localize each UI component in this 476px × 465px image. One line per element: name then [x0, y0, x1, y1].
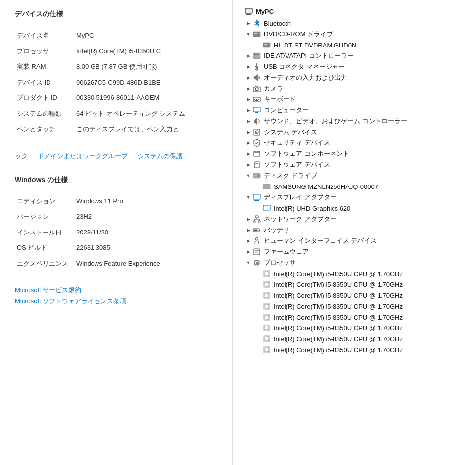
expand-icon-firmware: ▶ [244, 248, 252, 256]
spec-value: 8.00 GB (7.87 GB 使用可能) [74, 59, 217, 75]
tree-label-usb-connector: USB コネクタ マネージャー [264, 62, 345, 71]
tree-item-samsung[interactable]: SAMSUNG MZNLN256HAJQ-00007 [233, 181, 476, 192]
win-spec-label: OS ビルド [15, 240, 74, 256]
ms-links-container: Microsoft サービス規約Microsoft ソフトウェアライセンス条項 [15, 286, 217, 306]
svg-rect-6 [264, 44, 267, 45]
expand-icon-keyboard: ▶ [244, 95, 252, 103]
tree-item-battery[interactable]: ▶バッテリ [233, 225, 476, 235]
spec-label: デバイス ID [15, 75, 74, 91]
tree-item-network-adapter[interactable]: ▶ネットワーク アダプター [233, 214, 476, 225]
svg-rect-38 [265, 211, 268, 211]
tree-item-software-component[interactable]: ▶ソフトウェア コンポーネント [233, 148, 476, 159]
tree-label-camera: カメラ [264, 84, 283, 93]
tree-item-ide-ata[interactable]: ▶IDE ATA/ATAPI コントローラー [233, 50, 476, 61]
keyboard-icon [252, 95, 261, 104]
tree-item-cpu6[interactable]: Intel(R) Core(TM) i5-8350U CPU @ 1.70GHz [233, 323, 476, 333]
win-spec-value: 22631.3085 [74, 240, 217, 256]
win-spec-row: エディションWindows 11 Pro [15, 193, 217, 209]
device-spec-title: デバイスの仕様 [15, 10, 217, 19]
expand-icon-sound: ▶ [244, 117, 252, 125]
tree-item-camera[interactable]: ▶カメラ [233, 83, 476, 94]
tree-item-processor[interactable]: ▼プロセッサ [233, 257, 476, 268]
tree-item-cpu1[interactable]: Intel(R) Core(TM) i5-8350U CPU @ 1.70GHz [233, 268, 476, 279]
tree-label-bluetooth: Bluetooth [264, 20, 291, 27]
expand-icon-system-device: ▶ [244, 128, 252, 136]
svg-rect-39 [255, 216, 258, 218]
tree-item-cpu7[interactable]: Intel(R) Core(TM) i5-8350U CPU @ 1.70GHz [233, 333, 476, 344]
windows-spec-title: Windows の仕様 [15, 176, 217, 185]
tree-item-bluetooth[interactable]: ▶Bluetooth [233, 18, 476, 29]
tree-item-audio[interactable]: ▶オーディオの入力および出力 [233, 72, 476, 83]
network-icon [252, 215, 261, 224]
spec-value: MyPC [74, 28, 217, 44]
ms-link[interactable]: Microsoft ソフトウェアライセンス条項 [15, 297, 217, 306]
tree-item-usb-connector[interactable]: ▶USB コネクタ マネージャー [233, 61, 476, 72]
usb-icon [252, 62, 261, 71]
svg-rect-33 [264, 186, 267, 186]
system-icon [252, 128, 261, 137]
display-item-icon [262, 204, 271, 213]
human-icon [252, 236, 261, 245]
svg-point-25 [256, 152, 257, 153]
spec-label: デバイス名 [15, 28, 74, 44]
expand-icon-cpu7 [254, 335, 262, 343]
tree-label-firmware: ファームウェア [264, 247, 309, 256]
expand-icon-root [237, 7, 244, 15]
tree-item-software-device[interactable]: ▶ソフトウェア デバイス [233, 159, 476, 170]
win-spec-label: インストール日 [15, 225, 74, 240]
tree-item-keyboard[interactable]: ▶キーボード [233, 94, 476, 105]
svg-rect-37 [263, 205, 270, 210]
mypc-root[interactable]: MyPC [233, 4, 476, 18]
domain-link[interactable]: ドメインまたはワークグループ [38, 152, 128, 161]
win-spec-label: エクスペリエンス [15, 256, 74, 272]
expand-icon-usb-connector: ▶ [244, 63, 252, 71]
tree-item-firmware[interactable]: ▶ファームウェア [233, 246, 476, 257]
win-spec-label: バージョン [15, 209, 74, 225]
tree-item-cpu8[interactable]: Intel(R) Core(TM) i5-8350U CPU @ 1.70GHz [233, 344, 476, 355]
tree-item-display-adapter[interactable]: ▼ディスプレイ アダプター [233, 192, 476, 203]
svg-rect-7 [253, 53, 260, 59]
tree-item-cpu3[interactable]: Intel(R) Core(TM) i5-8350U CPU @ 1.70GHz [233, 290, 476, 301]
tree-item-intel-uhd[interactable]: Intel(R) UHD Graphics 620 [233, 203, 476, 214]
tree-label-software-component: ソフトウェア コンポーネント [264, 149, 349, 158]
tree-item-system-device[interactable]: ▶システム デバイス [233, 127, 476, 138]
tree-item-disk-drive[interactable]: ▼ディスク ドライブ [233, 170, 476, 181]
svg-rect-2 [246, 14, 251, 15]
bluetooth-icon [252, 19, 261, 28]
tree-item-security[interactable]: ▶セキュリティ デバイス [233, 138, 476, 148]
disk-icon [252, 171, 261, 180]
svg-rect-32 [263, 184, 270, 189]
spec-value: Intel(R) Core(TM) i5-8350U C [74, 44, 217, 59]
svg-rect-72 [265, 337, 269, 341]
tree-item-dvd-drive[interactable]: ▼DVD/CD-ROM ドライブ [233, 29, 476, 40]
system-protection-link[interactable]: システムの保護 [138, 152, 183, 161]
expand-icon-human-interface: ▶ [244, 237, 252, 245]
computer-icon [252, 106, 261, 115]
tree-label-network-adapter: ネットワーク アダプター [264, 215, 336, 224]
tree-item-cpu5[interactable]: Intel(R) Core(TM) i5-8350U CPU @ 1.70GHz [233, 312, 476, 323]
tree-label-software-device: ソフトウェア デバイス [264, 160, 330, 169]
svg-rect-68 [265, 315, 269, 319]
spec-row: 実装 RAM8.00 GB (7.87 GB 使用可能) [15, 59, 217, 75]
tree-label-cpu8: Intel(R) Core(TM) i5-8350U CPU @ 1.70GHz [274, 346, 403, 354]
ms-link[interactable]: Microsoft サービス規約 [15, 286, 217, 295]
expand-icon-ide-ata: ▶ [244, 52, 252, 60]
tree-item-cpu4[interactable]: Intel(R) Core(TM) i5-8350U CPU @ 1.70GHz [233, 301, 476, 312]
tree-item-computer[interactable]: ▶コンピューター [233, 105, 476, 116]
spec-row: デバイス ID906267C5-C99D-486D-B1BE [15, 75, 217, 91]
tree-label-cpu6: Intel(R) Core(TM) i5-8350U CPU @ 1.70GHz [274, 325, 403, 332]
win-spec-label: エディション [15, 193, 74, 209]
tree-item-sound[interactable]: ▶サウンド、ビデオ、およびゲーム コントローラー [233, 116, 476, 127]
spec-value: 00330-51996-86011-AAOEM [74, 90, 217, 106]
win-spec-value: Windows 11 Pro [74, 193, 217, 209]
link-prefix: ック [15, 152, 28, 161]
tree-item-cpu2[interactable]: Intel(R) Core(TM) i5-8350U CPU @ 1.70GHz [233, 279, 476, 290]
tree-item-hl-dt-st[interactable]: HL-DT-ST DVDRAM GUD0N [233, 40, 476, 50]
tree-label-security: セキュリティ デバイス [264, 139, 330, 147]
expand-icon-disk-drive: ▼ [244, 172, 252, 180]
svg-point-24 [255, 152, 256, 153]
spec-value: 64 ビット オペレーティング システム [74, 106, 217, 122]
tree-item-human-interface[interactable]: ▶ヒューマン インターフェイス デバイス [233, 235, 476, 246]
expand-icon-cpu1 [254, 270, 262, 278]
cpu-icon [262, 291, 271, 300]
